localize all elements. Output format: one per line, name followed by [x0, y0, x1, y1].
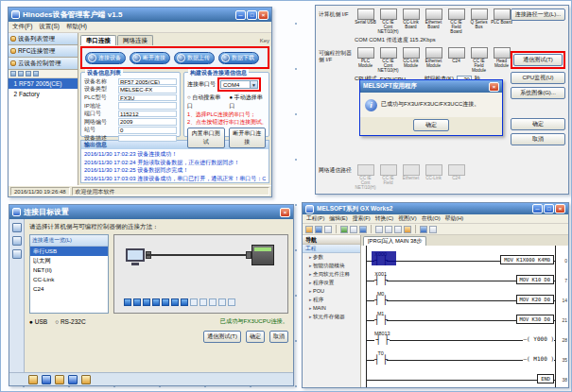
minimize-button[interactable]: ─ [532, 204, 543, 213]
route-icon[interactable]: CC IE Cont NET/10(H) [355, 164, 376, 190]
channel-item[interactable]: C24 [30, 284, 108, 294]
connection-icon[interactable] [12, 249, 22, 259]
add-icon[interactable] [10, 71, 16, 77]
titlebar[interactable]: MELSOFT系列 GX Works2 ─ □ × [303, 203, 568, 214]
comm-test-button[interactable]: 断开串口连接 [229, 128, 267, 148]
save-icon[interactable] [324, 226, 332, 233]
toolbar-action-button[interactable]: 数据上传 [174, 52, 215, 64]
project-tree-item[interactable]: POU [303, 287, 360, 296]
field-value[interactable]: MELSEC-FX [118, 86, 177, 94]
field-value[interactable]: 2009 [118, 118, 177, 126]
function-icon[interactable] [404, 226, 411, 233]
comm-test-button[interactable]: 内置串口测试 [187, 128, 225, 148]
project-tree-item[interactable]: 程序 [303, 296, 360, 304]
close-button[interactable]: × [555, 204, 565, 213]
module-icon[interactable]: Head Module [491, 47, 512, 73]
route-icon[interactable]: Ethernet [400, 164, 422, 190]
ok-button[interactable]: 确定 [511, 118, 565, 130]
dialog-ok-button[interactable]: 确定 [413, 119, 449, 131]
line-icon[interactable] [394, 226, 402, 233]
com-port-dropdown[interactable]: COM4 ▼ [220, 80, 258, 89]
sidebar-group-header[interactable]: RFC连接管理 [9, 45, 78, 58]
radio-option[interactable]: ● USB [29, 318, 47, 325]
project-tree-item[interactable]: 全局软元件注释 [303, 270, 360, 279]
field-value[interactable]: 115212 [118, 111, 177, 118]
taskbar-icon[interactable] [81, 375, 91, 384]
module-icon[interactable]: CC-Link Module [400, 47, 422, 73]
cancel-button[interactable]: 取消 [511, 133, 565, 145]
tab[interactable]: 串口连接 [80, 35, 116, 45]
channel-item[interactable]: 串行USB [30, 247, 108, 256]
close-button[interactable]: × [258, 10, 269, 20]
module-icon[interactable]: PLC Module [355, 47, 376, 73]
project-tree-item[interactable]: 软元件存储器 [303, 313, 360, 321]
ladder-rung[interactable]: M1 ┤ ├ MOV K30 D0 21 [361, 309, 568, 329]
interface-icon[interactable]: Q Series Bus [468, 9, 490, 34]
comment-icon[interactable] [429, 226, 437, 233]
cpu-monitor-button[interactable]: CPU监视(U) [511, 72, 565, 84]
interface-icon[interactable]: CC IE Field Board [445, 9, 467, 34]
project-tree-item[interactable]: 程序设置 [303, 279, 360, 287]
interface-icon[interactable]: CC-Link Board [400, 9, 422, 34]
toolbar-action-button[interactable]: 断开连接 [130, 52, 170, 64]
device-list-row[interactable]: 2 Factory [9, 89, 78, 99]
taskbar-icon[interactable] [55, 375, 64, 384]
write-to-plc-icon[interactable] [350, 226, 357, 233]
toolbar-action-button[interactable]: 数据下载 [218, 52, 259, 64]
maximize-button[interactable]: □ [544, 204, 554, 213]
route-icon[interactable]: CC-Link [423, 164, 444, 190]
menu-item[interactable]: 帮助(H) [66, 23, 87, 31]
titlebar[interactable]: Hinodes设备管理客户端 v1.5 ─ □ × [9, 8, 271, 22]
compile-icon[interactable] [340, 226, 348, 233]
ladder-area[interactable]: X000 ┤ ├ MOV K1X000 K4M0 0 [361, 246, 568, 387]
library-icon[interactable] [12, 236, 22, 246]
project-tree-item[interactable]: MAIN [303, 304, 360, 313]
menu-item[interactable]: 文件(F) [12, 23, 32, 31]
channel-item[interactable]: CC-Link [30, 275, 108, 284]
project-tree-item[interactable]: 智能功能模块 [303, 262, 360, 270]
zoom-icon[interactable] [420, 226, 427, 233]
ladder-rung[interactable]: M8013 ┤ ├ Y000 28 [361, 329, 568, 349]
project-tree-item[interactable]: 参数 [303, 253, 360, 262]
menu-item[interactable]: 编辑(E) [329, 214, 347, 223]
dialog-titlebar[interactable]: MELSOFT应用程序 × [360, 80, 502, 93]
radio-option[interactable]: ● 手动选择串口 [230, 94, 267, 111]
module-icon[interactable]: C24 [445, 47, 467, 73]
close-button[interactable]: × [280, 208, 290, 217]
tab[interactable]: 网络连接 [117, 35, 153, 45]
ladder-rung[interactable]: END 38 [361, 368, 568, 387]
menu-item[interactable]: 搜索(F) [353, 214, 371, 223]
radio-option[interactable]: ○ RS-232C [55, 318, 85, 325]
refresh-icon[interactable] [33, 71, 39, 77]
dialog-close-button[interactable]: × [489, 82, 499, 92]
module-icon[interactable]: Ethernet Module [423, 47, 444, 73]
menu-item[interactable]: 工程(P) [306, 214, 324, 223]
channel-item[interactable]: 以太网 [30, 256, 108, 265]
module-icon[interactable]: CC IE Cont NET/10(H) Module [377, 47, 399, 73]
field-value[interactable]: 0 [118, 127, 177, 134]
system-image-button[interactable]: 系统图像(G)... [511, 87, 565, 99]
contact-icon[interactable] [375, 226, 383, 233]
ladder-rung[interactable]: T0 ┤ ├ M100 35 [361, 349, 568, 368]
device-list-row[interactable]: 1 RF57 2005(CE) [9, 78, 78, 89]
monitor-icon[interactable] [359, 226, 367, 233]
field-value[interactable]: FX3U [118, 94, 177, 102]
project-section[interactable]: 工程 [303, 245, 360, 253]
chevron-down-icon[interactable]: ▼ [250, 81, 257, 88]
ladder-rung[interactable]: X001 ┤ ├ MOV K10 D0 7 [361, 269, 568, 289]
interface-icon[interactable]: CC IE Cont NET/10(H) Board [377, 9, 399, 34]
communication-test-button[interactable]: 通信测试(T) [513, 54, 563, 66]
titlebar[interactable]: 连接目标设置 × [9, 205, 293, 219]
maximize-button[interactable]: □ [247, 10, 257, 20]
open-icon[interactable] [315, 226, 322, 233]
edit-icon[interactable] [26, 71, 31, 77]
ok-button[interactable]: 确定 [246, 331, 265, 343]
menu-item[interactable]: 在线(O) [422, 214, 441, 223]
sidebar-group-header[interactable]: 设备列表管理 [9, 33, 78, 45]
interface-icon[interactable]: PLC Board [491, 9, 512, 34]
ladder-rung[interactable]: M0 ┤ ├ MOV K20 D0 14 [361, 289, 568, 309]
toolbar-action-button[interactable]: 连接设备 [85, 52, 126, 64]
field-value[interactable]: RF57 2005(CE) [118, 78, 177, 86]
project-icon[interactable] [12, 223, 22, 232]
radio-option[interactable]: ○ 自动搜索串口 [187, 94, 224, 111]
